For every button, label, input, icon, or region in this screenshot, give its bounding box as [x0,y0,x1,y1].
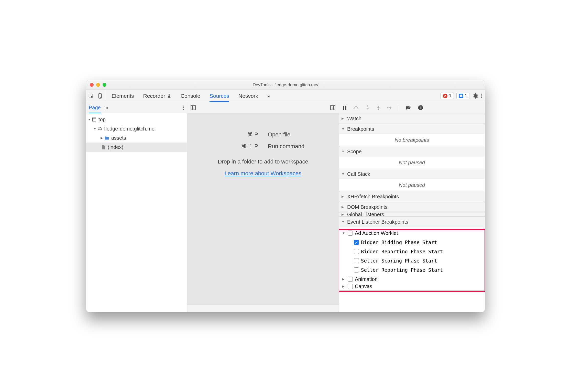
tree-folder[interactable]: ▶ assets [86,133,187,143]
section-xhr-label: XHR/fetch Breakpoints [347,194,399,200]
window-title: DevTools - fledge-demo.glitch.me/ [86,82,485,88]
checkbox[interactable] [348,284,353,289]
section-callstack-label: Call Stack [347,171,370,177]
deactivate-breakpoints-icon[interactable] [406,105,411,110]
event-item[interactable]: Seller Reporting Phase Start [339,265,485,275]
chevron-down-icon: ▼ [342,172,345,176]
section-event-label: Event Listener Breakpoints [347,219,408,225]
show-debug-icon[interactable] [330,105,336,110]
chevron-right-icon: ▶ [342,277,346,281]
inspect-icon[interactable] [88,93,94,99]
event-item[interactable]: ✓ Bidder Bidding Phase Start [339,238,485,247]
checkbox[interactable] [354,249,359,254]
checkbox[interactable] [348,277,353,282]
section-dom[interactable]: ▶DOM Breakpoints [339,202,485,212]
tree-top-label: top [98,117,106,123]
step-out-icon[interactable] [376,105,380,110]
chevron-down-icon: ▼ [88,118,91,121]
step-over-icon[interactable] [353,105,359,110]
tab-network[interactable]: Network [238,90,258,102]
chevron-right-icon: ▶ [342,117,345,120]
event-item-label: Bidder Bidding Phase Start [361,239,437,245]
section-breakpoints[interactable]: ▼Breakpoints [339,124,485,134]
error-badge[interactable]: ✕ 1 [441,93,454,99]
main-toolbar: Elements Recorder Console Sources Networ… [86,90,485,102]
chevron-down-icon: ▼ [342,231,346,235]
tree-origin[interactable]: ▼ fledge-demo.glitch.me [86,124,187,133]
message-count: 1 [465,93,467,99]
section-event-listeners[interactable]: ▼Event Listener Breakpoints [339,217,485,227]
tab-elements[interactable]: Elements [112,90,134,102]
pause-exceptions-icon[interactable] [418,105,423,110]
event-item[interactable]: Seller Scoring Phase Start [339,256,485,265]
event-group-animation[interactable]: ▶ Animation [339,275,485,284]
event-item-label: Seller Reporting Phase Start [361,267,443,273]
breakpoints-empty: No breakpoints [339,134,485,146]
frame-icon [91,117,97,122]
open-file-shortcut: ⌘ P [187,131,268,138]
section-global[interactable]: ▶Global Listeners [339,212,485,216]
checkbox[interactable] [354,267,359,273]
checkbox-indeterminate[interactable] [348,231,353,236]
tab-recorder[interactable]: Recorder [143,90,171,102]
section-scope-label: Scope [347,149,362,155]
svg-point-20 [387,107,389,108]
tree-top[interactable]: ▼ top [86,115,187,124]
error-count: 1 [449,93,451,99]
device-icon[interactable] [97,93,103,99]
event-item[interactable]: Bidder Reporting Phase Start [339,247,485,256]
editor-panel: ⌘ P Open file ⌘ ⇧ P Run command Drop in … [187,102,339,312]
tab-overflow[interactable]: » [267,90,270,102]
step-icon[interactable] [387,106,392,110]
checkbox[interactable]: ✓ [354,240,359,245]
workspace-hint: Drop in a folder to add to workspace [218,158,308,165]
file-tree: ▼ top ▼ fledge-demo.glitch.me ▶ assets (… [86,113,187,153]
section-watch-label: Watch [347,116,361,122]
svg-point-6 [183,105,184,106]
event-item-label: Bidder Reporting Phase Start [361,249,443,254]
pause-icon[interactable] [343,105,347,110]
settings-icon[interactable] [472,93,478,99]
chevron-right-icon: ▶ [342,195,345,198]
page-overflow[interactable]: » [105,102,108,113]
chevron-right-icon: ▶ [101,136,104,140]
section-callstack[interactable]: ▼Call Stack [339,169,485,179]
show-nav-icon[interactable] [190,105,196,110]
run-command-shortcut: ⌘ ⇧ P [187,143,268,150]
chevron-down-icon: ▼ [342,127,345,131]
navigator-panel: Page » ▼ top ▼ fledge-demo.glitch.me [86,102,187,312]
devtools-window: DevTools - fledge-demo.glitch.me/ Elemen… [86,80,485,312]
step-into-icon[interactable] [366,105,370,110]
chevron-down-icon: ▼ [93,127,97,130]
tree-origin-label: fledge-demo.glitch.me [104,126,155,132]
tree-folder-label: assets [111,135,126,141]
debugger-panel: ▶Watch ▼Breakpoints No breakpoints ▼Scop… [339,102,485,312]
message-icon [459,94,463,98]
tab-console[interactable]: Console [181,90,200,102]
svg-point-7 [183,107,184,108]
svg-rect-9 [92,118,96,121]
chevron-right-icon: ▶ [342,213,345,216]
more-icon[interactable] [183,105,184,111]
more-icon[interactable] [481,93,483,99]
cloud-icon [97,127,103,131]
event-item-label: Seller Scoring Phase Start [361,258,437,264]
tree-file-index[interactable]: (index) [86,143,187,152]
chevron-down-icon: ▼ [342,220,345,224]
section-watch[interactable]: ▶Watch [339,113,485,124]
event-group-label: Canvas [355,284,372,289]
event-group-canvas[interactable]: ▶ Canvas [339,284,485,289]
scope-empty: Not paused [339,157,485,169]
message-badge[interactable]: 1 [456,93,469,99]
tab-sources[interactable]: Sources [210,90,229,102]
svg-point-4 [481,95,482,96]
page-tab[interactable]: Page [89,102,101,113]
section-breakpoints-label: Breakpoints [347,126,374,132]
checkbox[interactable] [354,258,359,263]
debugger-toolbar [339,102,485,113]
workspace-learn-link[interactable]: Learn more about Workspaces [225,170,301,177]
section-scope[interactable]: ▼Scope [339,146,485,157]
section-xhr[interactable]: ▶XHR/fetch Breakpoints [339,191,485,202]
event-group-label: Animation [355,276,378,282]
event-group-ad-auction[interactable]: ▼ Ad Auction Worklet [339,228,485,238]
